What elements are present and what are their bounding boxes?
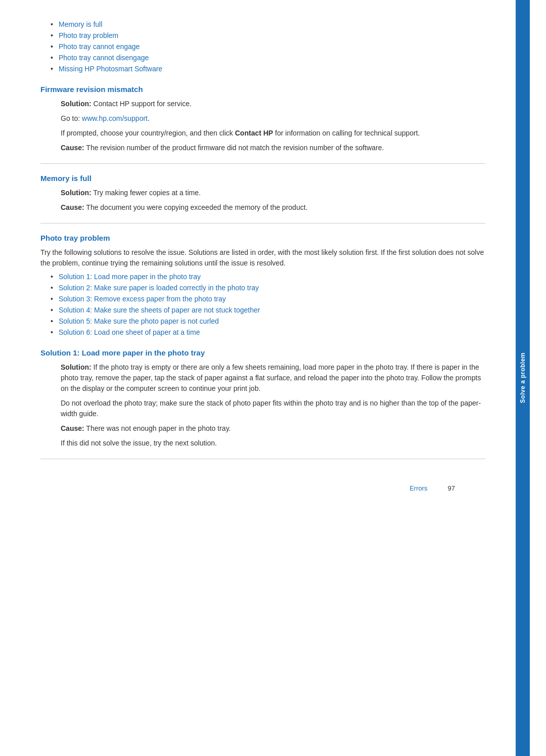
solution1-if-not-solved: If this did not solve the issue, try the… xyxy=(61,438,485,449)
solution1-p2: Do not overload the photo tray; make sur… xyxy=(61,398,485,419)
photo-tray-heading: Photo tray problem xyxy=(40,234,485,242)
link-solution4[interactable]: Solution 4: Make sure the sheets of pape… xyxy=(59,306,260,314)
list-item-memory: Memory is full xyxy=(51,20,485,28)
list-item-photo-tray-disengage: Photo tray cannot disengage xyxy=(51,54,485,62)
photo-tray-solution-list: Solution 1: Load more paper in the photo… xyxy=(40,273,485,336)
photo-tray-sol6-item: Solution 6: Load one sheet of paper at a… xyxy=(51,328,485,336)
firmware-goto-text: Go to: www.hp.com/support. xyxy=(61,113,485,124)
footer-page-number: 97 xyxy=(448,484,455,492)
link-photo-tray-cannot-engage[interactable]: Photo tray cannot engage xyxy=(59,42,140,51)
link-solution2[interactable]: Solution 2: Make sure paper is loaded co… xyxy=(59,284,259,292)
divider-2 xyxy=(40,223,485,224)
firmware-hp-link[interactable]: www.hp.com/support xyxy=(82,114,148,122)
solution1-solution-label: Solution: xyxy=(61,363,92,371)
solution1-section: Solution 1: Load more paper in the photo… xyxy=(40,348,485,449)
side-tab-label: Solve a problem xyxy=(519,352,526,403)
link-photo-tray-cannot-disengage[interactable]: Photo tray cannot disengage xyxy=(59,54,149,62)
footer: Errors 97 xyxy=(40,474,485,502)
solution1-solution-text: Solution: If the photo tray is empty or … xyxy=(61,362,485,394)
photo-tray-sol2-item: Solution 2: Make sure paper is loaded co… xyxy=(51,284,485,292)
link-solution3[interactable]: Solution 3: Remove excess paper from the… xyxy=(59,295,226,303)
memory-heading: Memory is full xyxy=(40,174,485,183)
photo-tray-sol1-item: Solution 1: Load more paper in the photo… xyxy=(51,273,485,281)
photo-tray-sol4-item: Solution 4: Make sure the sheets of pape… xyxy=(51,306,485,314)
link-memory-is-full[interactable]: Memory is full xyxy=(59,20,102,28)
solution1-cause-label: Cause: xyxy=(61,424,84,432)
photo-tray-section: Photo tray problem Try the following sol… xyxy=(40,234,485,336)
memory-cause-label: Cause: xyxy=(61,203,84,211)
top-bullet-list: Memory is full Photo tray problem Photo … xyxy=(40,20,485,73)
solution1-cause-text: Cause: There was not enough paper in the… xyxy=(61,423,485,434)
solution1-block: Solution: If the photo tray is empty or … xyxy=(40,362,485,449)
contact-hp-bold: Contact HP xyxy=(235,129,273,137)
side-tab: Solve a problem xyxy=(516,0,530,756)
link-solution6[interactable]: Solution 6: Load one sheet of paper at a… xyxy=(59,328,200,336)
list-item-missing-hp: Missing HP Photosmart Software xyxy=(51,65,485,73)
firmware-solution-label: Solution: xyxy=(61,100,92,108)
link-solution5[interactable]: Solution 5: Make sure the photo paper is… xyxy=(59,317,219,325)
firmware-solution-text: Solution: Contact HP support for service… xyxy=(61,99,485,109)
list-item-photo-tray-problem: Photo tray problem xyxy=(51,31,485,39)
firmware-prompted-text: If prompted, choose your country/region,… xyxy=(61,128,485,139)
photo-tray-intro: Try the following solutions to resolve t… xyxy=(40,247,485,269)
footer-label: Errors xyxy=(410,484,427,492)
divider-3 xyxy=(40,459,485,459)
link-missing-hp-photosmart[interactable]: Missing HP Photosmart Software xyxy=(59,65,162,73)
link-photo-tray-problem[interactable]: Photo tray problem xyxy=(59,31,118,39)
solution1-heading: Solution 1: Load more paper in the photo… xyxy=(40,348,485,357)
memory-solution-label: Solution: xyxy=(61,189,92,197)
link-solution1[interactable]: Solution 1: Load more paper in the photo… xyxy=(59,273,201,281)
memory-cause-text: Cause: The document you were copying exc… xyxy=(61,202,485,213)
photo-tray-sol3-item: Solution 3: Remove excess paper from the… xyxy=(51,295,485,303)
firmware-solution-block: Solution: Contact HP support for service… xyxy=(40,99,485,153)
memory-solution-text: Solution: Try making fewer copies at a t… xyxy=(61,188,485,198)
firmware-section: Firmware revision mismatch Solution: Con… xyxy=(40,85,485,153)
list-item-photo-tray-engage: Photo tray cannot engage xyxy=(51,42,485,51)
divider-1 xyxy=(40,163,485,164)
firmware-heading: Firmware revision mismatch xyxy=(40,85,485,94)
memory-section: Memory is full Solution: Try making fewe… xyxy=(40,174,485,213)
firmware-cause-text: Cause: The revision number of the produc… xyxy=(61,143,485,153)
memory-solution-block: Solution: Try making fewer copies at a t… xyxy=(40,188,485,213)
firmware-cause-label: Cause: xyxy=(61,144,84,152)
photo-tray-sol5-item: Solution 5: Make sure the photo paper is… xyxy=(51,317,485,325)
